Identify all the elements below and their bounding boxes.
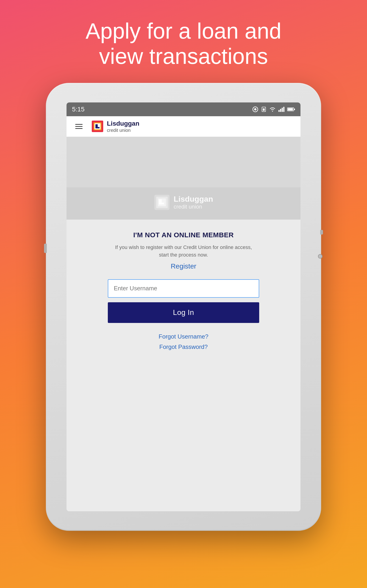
status-bar: 5:15 bbox=[67, 103, 300, 116]
navbar: Lisduggan credit union bbox=[67, 116, 300, 137]
svg-rect-16 bbox=[95, 127, 100, 128]
wifi-icon bbox=[269, 107, 276, 112]
battery-icon bbox=[287, 107, 295, 112]
hamburger-line1 bbox=[75, 124, 83, 125]
svg-rect-10 bbox=[288, 108, 293, 111]
brand-text: Lisduggan credit union bbox=[107, 120, 140, 133]
hero-title-line1: Apply for a loan and bbox=[85, 18, 282, 44]
hamburger-line3 bbox=[75, 128, 83, 129]
hamburger-line2 bbox=[75, 126, 83, 127]
signal-icon bbox=[278, 107, 284, 112]
app-content: Lisduggan credit union I'M NOT AN ONLINE… bbox=[67, 137, 300, 511]
white-logo-section: Lisduggan credit union bbox=[67, 187, 300, 220]
forgot-username-link[interactable]: Forgot Username? bbox=[159, 333, 209, 340]
status-icons bbox=[252, 106, 295, 112]
screen: 5:15 bbox=[67, 103, 300, 511]
desc-line1: If you wish to register with our Credit … bbox=[115, 243, 252, 251]
register-link[interactable]: Register bbox=[171, 262, 196, 270]
svg-rect-8 bbox=[283, 107, 284, 112]
svg-rect-21 bbox=[159, 203, 164, 204]
svg-rect-11 bbox=[294, 109, 295, 110]
forgot-password-link[interactable]: Forgot Password? bbox=[159, 343, 208, 351]
circle-icon bbox=[252, 106, 258, 112]
svg-rect-3 bbox=[263, 108, 265, 111]
brand-logo-icon bbox=[91, 120, 104, 132]
white-logo-main: Lisduggan bbox=[174, 195, 213, 204]
tablet: 5:15 bbox=[46, 83, 321, 531]
svg-point-4 bbox=[272, 111, 273, 112]
username-input[interactable] bbox=[108, 279, 259, 298]
hero-title: Apply for a loan and view transactions bbox=[67, 18, 300, 69]
camera-button-right bbox=[318, 254, 323, 259]
svg-rect-6 bbox=[280, 109, 281, 112]
white-logo-text: Lisduggan credit union bbox=[174, 195, 213, 210]
white-logo-icon bbox=[154, 194, 170, 210]
login-button[interactable]: Log In bbox=[108, 302, 259, 323]
side-button-right bbox=[320, 230, 323, 234]
hamburger-menu[interactable] bbox=[73, 122, 84, 131]
brand: Lisduggan credit union bbox=[91, 120, 140, 133]
side-button-left bbox=[44, 244, 47, 253]
sim-icon bbox=[261, 107, 267, 112]
svg-rect-5 bbox=[278, 110, 280, 112]
status-time: 5:15 bbox=[72, 106, 85, 113]
not-member-heading: I'M NOT AN ONLINE MEMBER bbox=[133, 231, 234, 239]
white-logo-sub: credit union bbox=[174, 204, 213, 210]
grey-top-area bbox=[67, 137, 300, 187]
desc-line2: start the process now. bbox=[115, 251, 252, 259]
login-card: I'M NOT AN ONLINE MEMBER If you wish to … bbox=[67, 220, 300, 511]
brand-name-sub: credit union bbox=[107, 128, 140, 133]
brand-name-main: Lisduggan bbox=[107, 120, 140, 128]
not-member-desc: If you wish to register with our Credit … bbox=[115, 243, 252, 259]
hero-title-line2: view transactions bbox=[85, 44, 282, 69]
svg-rect-7 bbox=[282, 108, 283, 112]
svg-point-1 bbox=[254, 108, 257, 111]
